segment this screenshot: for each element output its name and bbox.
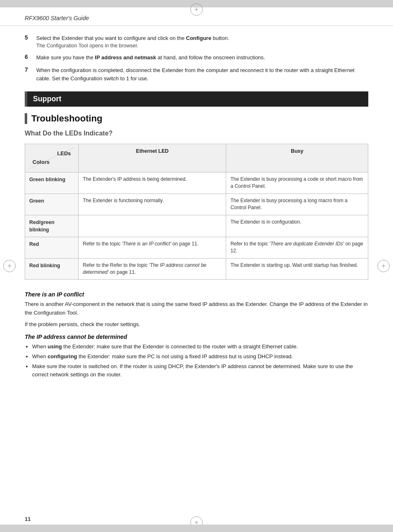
led-busy-red-blinking: The Extender is starting up. Wait until … <box>226 258 368 280</box>
led-ethernet-green-blinking: The Extender's IP address is being deter… <box>79 173 226 194</box>
bold-using: using <box>48 343 62 350</box>
page-number: 11 <box>25 516 30 522</box>
step-6-number: 6 <box>25 54 36 60</box>
troubleshooting-heading: Troubleshooting <box>25 113 368 124</box>
step-6: 6 Make sure you have the IP address and … <box>25 54 368 62</box>
sub-heading: What Do the LEDs Indicate? <box>25 130 368 137</box>
led-busy-green: The Extender is busy processing a long m… <box>226 194 368 215</box>
step-6-bold: IP address and netmask <box>95 54 156 61</box>
step-5-number: 5 <box>25 34 36 41</box>
steps-section: 5 Select the Extender that you want to c… <box>25 34 368 82</box>
led-ethernet-redgreen-blinking <box>79 215 226 237</box>
table-header-ethernet: Ethernet LED <box>79 144 226 173</box>
table-row: Green The Extender is functioning normal… <box>25 194 368 215</box>
step-5-sub: The Configuration Tool opens in the brow… <box>36 43 229 49</box>
step-5: 5 Select the Extender that you want to c… <box>25 34 368 49</box>
step-7-number: 7 <box>25 66 36 73</box>
table-row: Red/green blinking The Extender is in co… <box>25 215 368 237</box>
step-7-text: When the configuration is completed, dis… <box>36 66 368 82</box>
led-ethernet-red-blinking: Refer to the Refer to the topic 'The IP … <box>79 258 226 280</box>
italic-topic-duplicate-ids: 'There are duplicate Extender IDs' <box>269 241 344 247</box>
guide-title: RFX9600 Starter's Guide <box>25 15 89 21</box>
step-6-text: Make sure you have the IP address and ne… <box>36 54 265 62</box>
bold-configuring: configuring <box>48 353 77 359</box>
italic-topic-ip-conflict: 'There is an IP conflict' <box>122 241 171 247</box>
italic-topic-ip-cannot-determine: 'The IP address cannot be determined' <box>83 262 206 275</box>
led-table: LEDs Colors Ethernet LED Busy Green blin… <box>25 144 368 280</box>
support-section-header: Support <box>25 91 368 107</box>
step-5-text: Select the Extender that you want to con… <box>36 34 229 42</box>
reg-mark-left <box>3 260 16 272</box>
led-color-redgreen-blinking: Red/green blinking <box>25 215 79 237</box>
ip-conflict-title: There is an IP conflict <box>25 291 368 298</box>
page: RFX9600 Starter's Guide 5 Select the Ext… <box>0 0 393 532</box>
ip-cannot-determine-list: When using the Extender: make sure that … <box>32 343 368 379</box>
step-7: 7 When the configuration is completed, d… <box>25 66 368 82</box>
list-item: When using the Extender: make sure that … <box>32 343 368 351</box>
reg-mark-right <box>377 260 390 272</box>
ip-cannot-determine-title: The IP address cannot be determined <box>25 334 368 340</box>
main-content: 5 Select the Extender that you want to c… <box>0 26 393 394</box>
led-ethernet-green: The Extender is functioning normally. <box>79 194 226 215</box>
bottom-bar <box>0 525 393 532</box>
led-color-red-blinking: Red blinking <box>25 258 79 280</box>
ip-conflict-para2: If the problem persists, check the route… <box>25 320 368 329</box>
leds-label: LEDs <box>57 150 71 158</box>
table-row: Red Refer to the topic 'There is an IP c… <box>25 237 368 258</box>
led-busy-green-blinking: The Extender is busy processing a code o… <box>226 173 368 194</box>
led-color-green-blinking: Green blinking <box>25 173 79 194</box>
table-header-busy: Busy <box>226 144 368 173</box>
led-color-green: Green <box>25 194 79 215</box>
table-row: Green blinking The Extender's IP address… <box>25 173 368 194</box>
table-row: Red blinking Refer to the Refer to the t… <box>25 258 368 280</box>
list-item: When configuring the Extender: make sure… <box>32 352 368 361</box>
led-color-red: Red <box>25 237 79 258</box>
step-5-bold: Configure <box>186 35 211 41</box>
colors-label: Colors <box>33 159 49 166</box>
table-header-leds-colors: LEDs Colors <box>25 144 79 173</box>
led-busy-red: Refer to the topic 'There are duplicate … <box>226 237 368 258</box>
reg-mark-top <box>190 3 203 16</box>
ip-conflict-para1: There is another AV-component in the net… <box>25 300 368 317</box>
list-item: Make sure the router is switched on. If … <box>32 362 368 379</box>
led-busy-redgreen-blinking: The Extender is in configuration. <box>226 215 368 237</box>
led-ethernet-red: Refer to the topic 'There is an IP confl… <box>79 237 226 258</box>
